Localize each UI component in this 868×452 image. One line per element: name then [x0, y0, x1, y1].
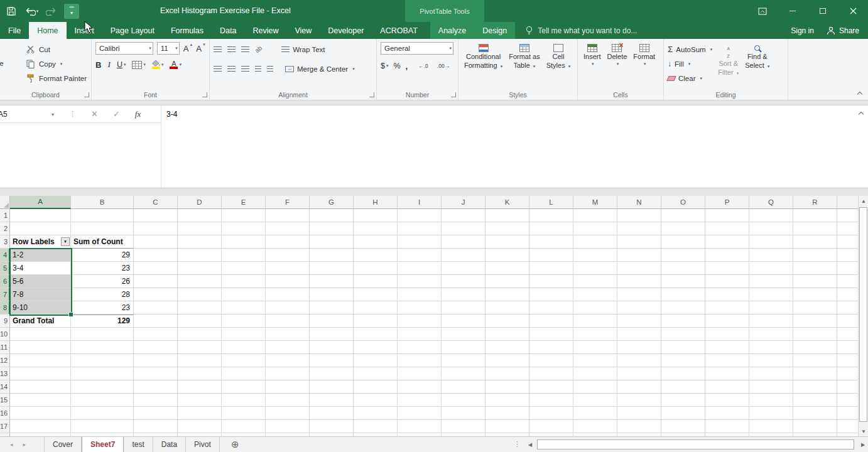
column-header-F[interactable]: F [266, 196, 310, 209]
cell-D15[interactable] [178, 394, 222, 407]
cell-L14[interactable] [529, 380, 573, 394]
cell-E9[interactable] [222, 315, 266, 328]
cell-F3[interactable] [266, 235, 310, 249]
cell-M10[interactable] [573, 328, 617, 341]
conditional-formatting-button[interactable]: Conditional Formatting ▾ [461, 42, 506, 70]
align-center-icon[interactable] [227, 66, 236, 72]
cell-K6[interactable] [486, 275, 529, 288]
cell-K11[interactable] [486, 341, 529, 354]
cell-Q3[interactable] [749, 235, 793, 249]
cell-P13[interactable] [705, 367, 749, 380]
cell-I2[interactable] [398, 222, 442, 235]
wrap-text-button[interactable]: Wrap Text [279, 42, 327, 56]
cell-B16[interactable] [71, 407, 134, 420]
font-dialog-launcher-icon[interactable] [202, 92, 207, 97]
cell-D4[interactable] [178, 249, 222, 262]
insert-function-icon[interactable]: fx [135, 109, 141, 119]
autosum-button[interactable]: Σ AutoSum ▾ [665, 42, 715, 56]
chevron-down-icon[interactable]: ▾ [149, 46, 151, 51]
cell-O10[interactable] [661, 328, 705, 341]
cell-G1[interactable] [310, 209, 354, 222]
cell-H5[interactable] [354, 262, 398, 275]
cell-K14[interactable] [486, 380, 529, 394]
cell-E11[interactable] [222, 341, 266, 354]
column-header-P[interactable]: P [705, 196, 749, 209]
cell-E7[interactable] [222, 288, 266, 301]
cell-P17[interactable] [705, 420, 749, 433]
cell-J11[interactable] [442, 341, 486, 354]
cell-K1[interactable] [486, 209, 529, 222]
qat-customize-button[interactable]: ▔▾ [64, 4, 79, 19]
cell-J1[interactable] [442, 209, 486, 222]
cell-K2[interactable] [486, 222, 529, 235]
align-right-icon[interactable] [241, 66, 249, 72]
cell-O14[interactable] [661, 380, 705, 394]
cell-L16[interactable] [529, 407, 573, 420]
cell-styles-button[interactable]: Cell Styles ▾ [543, 42, 574, 70]
cell-J14[interactable] [442, 380, 486, 394]
cell-F4[interactable] [266, 249, 310, 262]
column-header-B[interactable]: B [71, 196, 134, 209]
cell-N7[interactable] [617, 288, 661, 301]
chevron-down-icon[interactable]: ▾ [386, 63, 389, 68]
cell-Q14[interactable] [749, 380, 793, 394]
chevron-down-icon[interactable]: ▾ [688, 62, 691, 67]
cell-N13[interactable] [617, 367, 661, 380]
chevron-down-icon[interactable]: ▾ [143, 62, 146, 67]
cell-C3[interactable] [134, 235, 178, 249]
cell-E6[interactable] [222, 275, 266, 288]
cell-M7[interactable] [573, 288, 617, 301]
font-color-button[interactable]: A ▾ [170, 60, 182, 69]
cell-J2[interactable] [442, 222, 486, 235]
cell-B5[interactable]: 23 [71, 262, 134, 275]
sheet-tab-test[interactable]: test [124, 437, 153, 452]
cell-Q12[interactable] [749, 354, 793, 367]
merge-center-button[interactable]: ↔ Merge & Center ▾ [283, 62, 357, 76]
cell-R8[interactable] [793, 301, 837, 315]
cell-G9[interactable] [310, 315, 354, 328]
row-header-5[interactable]: 5 [0, 262, 10, 275]
cell-B12[interactable] [71, 354, 134, 367]
cell-K5[interactable] [486, 262, 529, 275]
chevron-down-icon[interactable]: ▾ [710, 47, 713, 52]
cell-O12[interactable] [661, 354, 705, 367]
cell-L4[interactable] [529, 249, 573, 262]
cell-D14[interactable] [178, 380, 222, 394]
cell-L13[interactable] [529, 367, 573, 380]
row-header-7[interactable]: 7 [0, 288, 10, 301]
cell-D6[interactable] [178, 275, 222, 288]
cell-A7[interactable]: 7-8 [10, 288, 71, 301]
top-align-icon[interactable] [214, 46, 222, 53]
cell-Q13[interactable] [749, 367, 793, 380]
cell-F1[interactable] [266, 209, 310, 222]
ribbon-tab-developer[interactable]: Developer [320, 22, 372, 39]
column-header-L[interactable]: L [529, 196, 573, 209]
enter-icon[interactable]: ✓ [113, 109, 120, 119]
row-header-9[interactable]: 9 [0, 315, 10, 328]
cell-A16[interactable] [10, 407, 71, 420]
increase-indent-icon[interactable] [267, 66, 273, 72]
row-header-13[interactable]: 13 [0, 367, 10, 380]
cell-A15[interactable] [10, 394, 71, 407]
cell-E1[interactable] [222, 209, 266, 222]
cell-B1[interactable] [71, 209, 134, 222]
cell-M2[interactable] [573, 222, 617, 235]
cell-I6[interactable] [398, 275, 442, 288]
cell-D17[interactable] [178, 420, 222, 433]
cell-E2[interactable] [222, 222, 266, 235]
tell-me-box[interactable]: Tell me what you want to do... [525, 22, 637, 39]
ribbon-tab-design[interactable]: Design [474, 22, 515, 39]
cell-I16[interactable] [398, 407, 442, 420]
cell-G12[interactable] [310, 354, 354, 367]
ribbon-tab-data[interactable]: Data [212, 22, 244, 39]
cell-O7[interactable] [661, 288, 705, 301]
cell-C7[interactable] [134, 288, 178, 301]
cell-J10[interactable] [442, 328, 486, 341]
cell-I5[interactable] [398, 262, 442, 275]
format-cells-button[interactable]: Format ▾ [630, 42, 658, 67]
cell-L10[interactable] [529, 328, 573, 341]
cell-O13[interactable] [661, 367, 705, 380]
cell-G3[interactable] [310, 235, 354, 249]
cell-F8[interactable] [266, 301, 310, 315]
decrease-indent-icon[interactable] [255, 66, 261, 72]
